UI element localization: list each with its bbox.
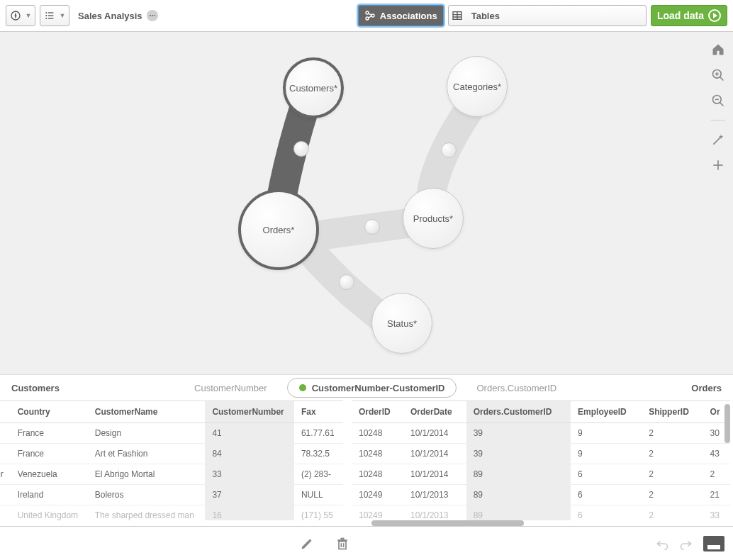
col-header[interactable]: OrderDate bbox=[403, 401, 466, 423]
list-icon bbox=[44, 10, 55, 21]
table-row[interactable]: 1024910/1/2013896233 bbox=[352, 505, 730, 521]
svg-point-5 bbox=[45, 18, 47, 19]
svg-point-1 bbox=[45, 12, 47, 13]
col-header[interactable]: EmployeeID bbox=[571, 401, 642, 423]
svg-rect-27 bbox=[339, 541, 346, 549]
tables-button[interactable]: Tables bbox=[448, 5, 647, 26]
status-indicator-icon bbox=[147, 10, 158, 21]
svg-rect-2 bbox=[48, 12, 53, 13]
bubble-products[interactable]: Products* bbox=[403, 188, 464, 249]
view-menu-button[interactable]: ▼ bbox=[40, 5, 69, 26]
associations-button[interactable]: Associations bbox=[358, 5, 444, 26]
svg-line-11 bbox=[368, 16, 371, 18]
zoom-out-button[interactable] bbox=[710, 93, 726, 108]
customers-table[interactable]: CountryCustomerNameCustomerNumberFaxFran… bbox=[0, 401, 343, 520]
caret-icon: ▼ bbox=[26, 12, 32, 19]
svg-rect-4 bbox=[48, 15, 53, 16]
load-data-label: Load data bbox=[657, 10, 704, 21]
right-field-label[interactable]: Orders.CustomerID bbox=[476, 383, 556, 393]
panel-toggle-button[interactable] bbox=[703, 536, 724, 551]
table-row[interactable]: FranceDesign4161.77.61 bbox=[0, 423, 343, 444]
svg-line-10 bbox=[368, 13, 371, 16]
redo-icon[interactable] bbox=[679, 537, 693, 551]
right-table-name: Orders bbox=[691, 383, 722, 393]
table-header-row: OrderIDOrderDateOrders.CustomerIDEmploye… bbox=[352, 401, 730, 423]
h-scroll-thumb[interactable] bbox=[371, 520, 524, 526]
tables-label: Tables bbox=[471, 11, 500, 21]
association-pill[interactable]: CustomerNumber-CustomerID bbox=[287, 378, 457, 398]
bubble-orders[interactable]: Orders* bbox=[238, 189, 319, 270]
col-header[interactable]: Fax bbox=[294, 401, 343, 423]
magic-wand-button[interactable] bbox=[710, 132, 726, 147]
canvas-tools bbox=[710, 42, 726, 173]
svg-rect-31 bbox=[341, 537, 345, 539]
table-row[interactable]: 1024810/1/201489622 bbox=[352, 464, 730, 485]
link-dot[interactable] bbox=[364, 219, 380, 235]
svg-point-3 bbox=[45, 15, 47, 16]
col-header[interactable]: Country bbox=[11, 401, 88, 423]
preview-tables: CountryCustomerNameCustomerNumberFaxFran… bbox=[0, 401, 733, 520]
home-icon bbox=[711, 43, 725, 57]
play-circle-icon bbox=[708, 9, 721, 22]
edit-icon[interactable] bbox=[300, 537, 314, 551]
link-dot[interactable] bbox=[293, 141, 309, 157]
col-header[interactable]: OrderID bbox=[352, 401, 403, 423]
top-toolbar: ▼ ▼ Sales Analysis Associations Tables L… bbox=[0, 0, 733, 32]
table-header-row: CountryCustomerNameCustomerNumberFax bbox=[0, 401, 343, 423]
col-header[interactable]: CustomerName bbox=[88, 401, 206, 423]
bubble-status[interactable]: Status* bbox=[371, 293, 432, 354]
tables-icon bbox=[452, 10, 463, 21]
left-table-name: Customers bbox=[11, 383, 60, 393]
magic-wand-icon bbox=[711, 133, 725, 147]
delete-icon[interactable] bbox=[335, 537, 349, 551]
panel-toggle-icon bbox=[707, 545, 720, 549]
table-row[interactable]: 1024810/1/2014399230 bbox=[352, 423, 730, 444]
load-data-button[interactable]: Load data bbox=[651, 5, 727, 26]
svg-rect-30 bbox=[337, 539, 347, 542]
table-row[interactable]: 1024810/1/2014399243 bbox=[352, 444, 730, 464]
footer-bar bbox=[0, 526, 733, 560]
orders-table[interactable]: OrderIDOrderDateOrders.CustomerIDEmploye… bbox=[352, 401, 730, 520]
svg-rect-6 bbox=[48, 18, 53, 18]
v-scroll-thumb[interactable] bbox=[724, 404, 730, 443]
bubble-customers[interactable]: Customers* bbox=[283, 57, 344, 118]
app-title-text: Sales Analysis bbox=[78, 11, 142, 21]
association-pill-label: CustomerNumber-CustomerID bbox=[312, 383, 445, 393]
table-row[interactable]: IrelandBoleros37NULL bbox=[0, 485, 343, 505]
bubble-categories[interactable]: Categories* bbox=[447, 56, 508, 117]
svg-line-21 bbox=[720, 103, 724, 106]
zoom-in-button[interactable] bbox=[710, 67, 726, 83]
status-ok-icon bbox=[299, 384, 306, 391]
h-scroll[interactable] bbox=[3, 520, 730, 526]
caret-icon: ▼ bbox=[60, 12, 66, 19]
link-dot[interactable] bbox=[339, 274, 354, 290]
svg-line-23 bbox=[713, 137, 721, 145]
undo-icon[interactable] bbox=[655, 537, 669, 551]
add-button[interactable] bbox=[710, 157, 726, 173]
associations-canvas[interactable]: Customers* Categories* Orders* Products*… bbox=[0, 32, 733, 375]
link-layer bbox=[0, 32, 733, 375]
app-title: Sales Analysis bbox=[78, 10, 158, 21]
compass-icon bbox=[10, 10, 21, 21]
table-row[interactable]: merVenezuelaEl Abrigo Mortal33(2) 283- bbox=[0, 464, 343, 485]
left-field-label[interactable]: CustomerNumber bbox=[194, 383, 267, 393]
plus-icon bbox=[711, 158, 725, 172]
col-header[interactable]: CustomerNumber bbox=[205, 401, 294, 423]
nav-menu-button[interactable]: ▼ bbox=[6, 5, 35, 26]
table-row[interactable]: FranceArt et Fashion8478.32.5 bbox=[0, 444, 343, 464]
associations-label: Associations bbox=[380, 11, 437, 21]
association-preview: Customers CustomerNumber CustomerNumber-… bbox=[0, 375, 733, 526]
table-row[interactable]: United KingdomThe sharped dressed man16(… bbox=[0, 505, 343, 521]
col-header[interactable]: ShipperID bbox=[642, 401, 703, 423]
table-row[interactable]: 1024910/1/2013896221 bbox=[352, 485, 730, 505]
association-bar: Customers CustomerNumber CustomerNumber-… bbox=[0, 375, 733, 401]
zoom-out-icon bbox=[711, 94, 725, 108]
svg-line-17 bbox=[720, 77, 724, 81]
link-dot[interactable] bbox=[441, 142, 457, 158]
col-header[interactable]: Orders.CustomerID bbox=[466, 401, 571, 423]
svg-point-8 bbox=[371, 14, 374, 17]
associations-icon bbox=[364, 10, 376, 21]
zoom-in-icon bbox=[711, 68, 725, 82]
home-button[interactable] bbox=[710, 42, 726, 57]
